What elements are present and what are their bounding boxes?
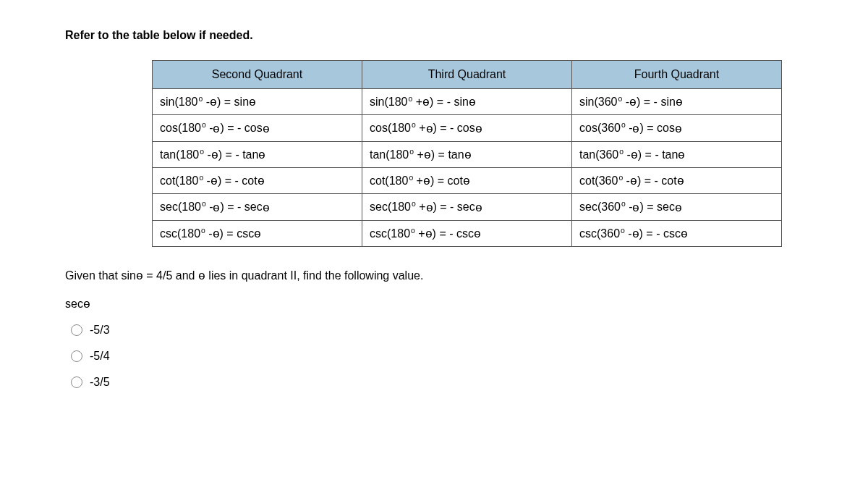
radio-icon[interactable] xyxy=(71,350,82,362)
identity-cell: csc(180o -ɵ) = cscɵ xyxy=(153,220,362,246)
instruction-heading: Refer to the table below if needed. xyxy=(65,29,803,42)
identity-cell: tan(180o +ɵ) = tanɵ xyxy=(362,141,572,167)
table-row: cos(180o -ɵ) = - cosɵcos(180o +ɵ) = - co… xyxy=(153,115,782,141)
question-pre: Given that sin xyxy=(65,269,136,282)
identity-cell: cos(180o +ɵ) = - cosɵ xyxy=(362,115,572,141)
question-text: Given that sinɵ = 4/5 and ɵ lies in quad… xyxy=(65,269,803,282)
table-row: tan(180o -ɵ) = - tanɵtan(180o +ɵ) = tanɵ… xyxy=(153,141,782,167)
table-row: sec(180o -ɵ) = - secɵsec(180o +ɵ) = - se… xyxy=(153,194,782,220)
identity-cell: sec(180o -ɵ) = - secɵ xyxy=(153,194,362,220)
radio-icon[interactable] xyxy=(71,376,82,388)
option-label: -3/5 xyxy=(90,376,110,389)
identity-cell: sin(180o -ɵ) = sinɵ xyxy=(153,89,362,115)
find-function: sec xyxy=(65,298,83,310)
header-fourth-quadrant: Fourth Quadrant xyxy=(572,61,782,89)
table-row: cot(180o -ɵ) = - cotɵcot(180o +ɵ) = cotɵ… xyxy=(153,167,782,193)
question-post: lies in quadrant II, find the following … xyxy=(205,269,424,282)
identity-cell: sin(180o +ɵ) = - sinɵ xyxy=(362,89,572,115)
identity-cell: csc(360o -ɵ) = - cscɵ xyxy=(572,220,782,246)
identity-cell: csc(180o +ɵ) = - cscɵ xyxy=(362,220,572,246)
identity-cell: tan(180o -ɵ) = - tanɵ xyxy=(153,141,362,167)
answer-option[interactable]: -3/5 xyxy=(71,376,803,389)
option-label: -5/4 xyxy=(90,350,110,363)
identity-cell: cos(180o -ɵ) = - cosɵ xyxy=(153,115,362,141)
header-second-quadrant: Second Quadrant xyxy=(153,61,362,89)
identity-cell: sin(360o -ɵ) = - sinɵ xyxy=(572,89,782,115)
identity-cell: sec(360o -ɵ) = secɵ xyxy=(572,194,782,220)
answer-options: -5/3-5/4-3/5 xyxy=(65,324,803,389)
answer-option[interactable]: -5/4 xyxy=(71,350,803,363)
theta-icon: ɵ xyxy=(198,269,205,282)
theta-icon: ɵ xyxy=(136,269,143,282)
option-label: -5/3 xyxy=(90,324,110,337)
identities-table-container: Second Quadrant Third Quadrant Fourth Qu… xyxy=(152,60,803,247)
identity-cell: sec(180o +ɵ) = - secɵ xyxy=(362,194,572,220)
identity-cell: tan(360o -ɵ) = - tanɵ xyxy=(572,141,782,167)
table-row: csc(180o -ɵ) = cscɵcsc(180o +ɵ) = - cscɵ… xyxy=(153,220,782,246)
identity-cell: cot(180o +ɵ) = cotɵ xyxy=(362,167,572,193)
question-mid: = 4/5 and xyxy=(143,269,198,282)
answer-option[interactable]: -5/3 xyxy=(71,324,803,337)
find-label: secɵ xyxy=(65,297,803,311)
theta-icon: ɵ xyxy=(83,297,90,311)
identity-cell: cos(360o -ɵ) = cosɵ xyxy=(572,115,782,141)
table-row: sin(180o -ɵ) = sinɵsin(180o +ɵ) = - sinɵ… xyxy=(153,89,782,115)
radio-icon[interactable] xyxy=(71,324,82,336)
identity-cell: cot(180o -ɵ) = - cotɵ xyxy=(153,167,362,193)
header-third-quadrant: Third Quadrant xyxy=(362,61,572,89)
identity-cell: cot(360o -ɵ) = - cotɵ xyxy=(572,167,782,193)
identities-table: Second Quadrant Third Quadrant Fourth Qu… xyxy=(152,60,782,247)
